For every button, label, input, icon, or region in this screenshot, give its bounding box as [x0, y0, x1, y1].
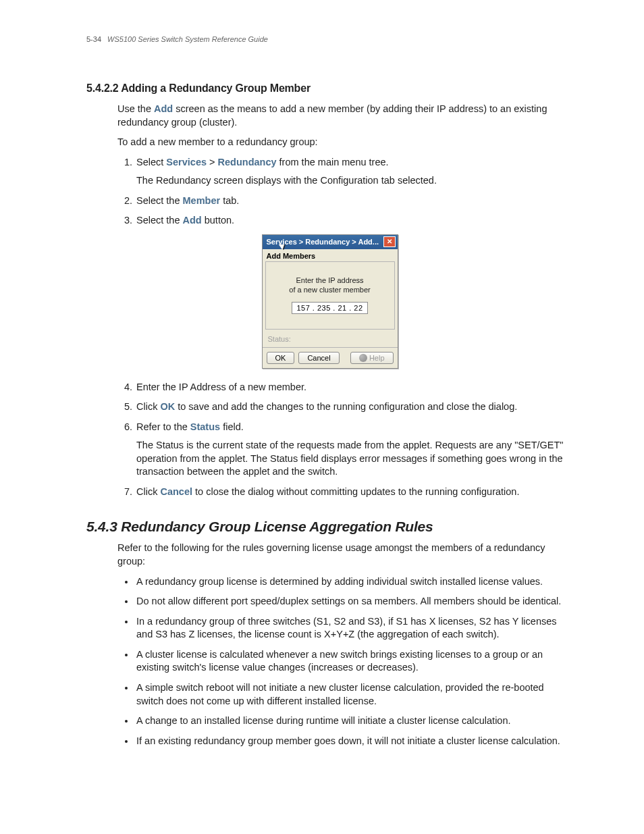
ok-button[interactable]: OK	[267, 352, 295, 364]
help-button[interactable]: Help	[350, 352, 394, 364]
keyword-ok: OK	[160, 401, 175, 412]
keyword-redundancy: Redundancy	[218, 157, 277, 167]
step-3: Select the Add button.	[135, 214, 573, 228]
keyword-status: Status	[190, 421, 220, 432]
dialog-titlebar: Services > Redundancy > Add... ✕	[263, 235, 398, 249]
ip-input[interactable]: 157 . 235 . 21 . 22	[292, 302, 367, 314]
section-number: 5.4.3	[86, 519, 117, 534]
step-4: Enter the IP Address of a new member.	[135, 381, 573, 394]
steps-list-continued: Enter the IP Address of a new member. Cl…	[117, 381, 573, 499]
dialog-screenshot: Services > Redundancy > Add... ✕ Add Mem…	[86, 234, 573, 369]
intro-paragraph: Use the Add screen as the means to add a…	[117, 103, 573, 129]
section-title: Redundancy Group License Aggregation Rul…	[121, 519, 433, 534]
dialog-button-row: OK Cancel Help	[263, 347, 398, 368]
section-heading-5422: 5.4.2.2 Adding a Redundancy Group Member	[86, 82, 573, 95]
step-7: Click Cancel to close the dialog without…	[135, 486, 573, 499]
doc-title: WS5100 Series Switch System Reference Gu…	[107, 35, 268, 43]
keyword-add-btn: Add	[183, 215, 202, 226]
list-item: A simple switch reboot will not initiate…	[135, 681, 573, 708]
lead-sentence: To add a new member to a redundancy grou…	[117, 136, 573, 149]
keyword-add: Add	[154, 103, 173, 114]
close-icon: ✕	[387, 238, 392, 245]
keyword-services: Services	[166, 157, 207, 167]
page-header: 5-34 WS5100 Series Switch System Referen…	[86, 35, 573, 43]
step-5: Click OK to save and add the changes to …	[135, 400, 573, 414]
add-members-dialog: Services > Redundancy > Add... ✕ Add Mem…	[262, 234, 398, 369]
step-6-detail: The Status is the current state of the r…	[136, 439, 573, 479]
section-heading-543: 5.4.3 Redundancy Group License Aggregati…	[86, 519, 573, 535]
section-543-intro: Refer to the following for the rules gov…	[117, 542, 573, 568]
list-item: Do not allow different port speed/duplex…	[135, 595, 573, 608]
list-item: A change to an installed license during …	[135, 714, 573, 728]
list-item: A redundancy group license is determined…	[135, 575, 573, 589]
dialog-body: Enter the IP address of a new cluster me…	[265, 261, 395, 330]
section-number: 5.4.2.2	[86, 82, 119, 94]
step-2: Select the Member tab.	[135, 194, 573, 208]
close-button[interactable]: ✕	[383, 236, 396, 247]
step-1: Select Services > Redundancy from the ma…	[135, 156, 573, 188]
page-number: 5-34	[86, 35, 101, 43]
keyword-cancel: Cancel	[160, 486, 192, 497]
help-icon	[359, 354, 367, 362]
status-label: Status:	[263, 334, 398, 347]
cancel-button[interactable]: Cancel	[298, 352, 339, 364]
cursor-icon	[280, 242, 287, 252]
dialog-hint: Enter the IP address of a new cluster me…	[289, 276, 370, 295]
rules-list: A redundancy group license is determined…	[117, 575, 573, 748]
section-title: Adding a Redundancy Group Member	[121, 82, 311, 94]
steps-list: Select Services > Redundancy from the ma…	[117, 156, 573, 228]
list-item: A cluster license is calculated whenever…	[135, 648, 573, 675]
keyword-member: Member	[183, 195, 221, 206]
step-1-detail: The Redundancy screen displays with the …	[136, 174, 573, 188]
list-item: If an existing redundancy group member g…	[135, 735, 573, 748]
list-item: In a redundancy group of three switches …	[135, 615, 573, 642]
step-6: Refer to the Status field. The Status is…	[135, 421, 573, 479]
